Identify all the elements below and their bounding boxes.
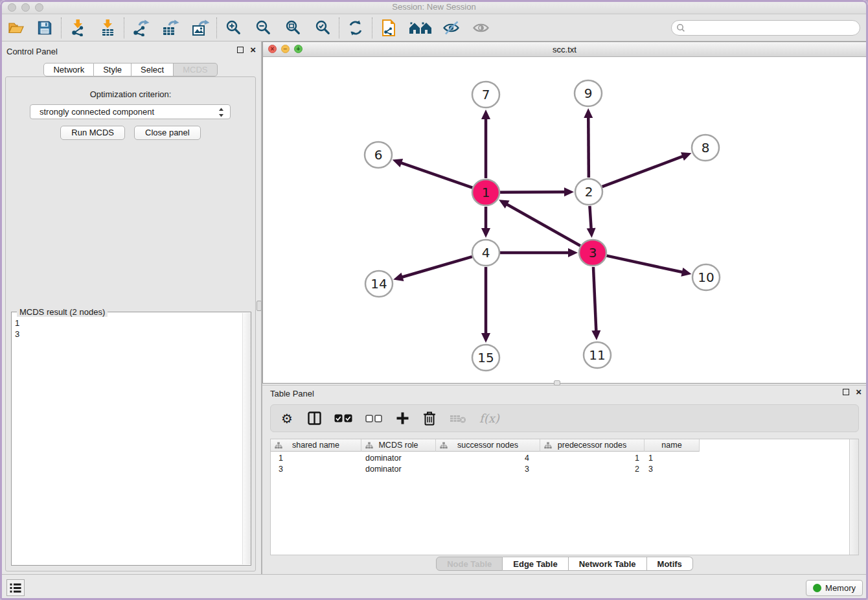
hide-graphics-details-button[interactable] bbox=[440, 17, 462, 39]
tab-mcds[interactable]: MCDS bbox=[174, 63, 217, 76]
column-header-MCDS-role[interactable]: MCDS role bbox=[361, 439, 436, 452]
control-panel: Control Panel × NetworkStyleSelectMCDS O… bbox=[0, 41, 261, 574]
close-panel-button[interactable]: Close panel bbox=[134, 126, 201, 140]
tab-node-table[interactable]: Node Table bbox=[436, 557, 503, 571]
table-splitter-handle[interactable] bbox=[554, 380, 560, 386]
graph-edge-1-6[interactable] bbox=[400, 163, 472, 188]
main-toolbar bbox=[0, 14, 868, 41]
eye-slash-icon bbox=[442, 20, 460, 36]
show-all-networks-button[interactable] bbox=[407, 17, 433, 39]
tab-network-table[interactable]: Network Table bbox=[569, 557, 647, 571]
column-type-icon bbox=[440, 442, 448, 449]
function-icon: f(x) bbox=[479, 411, 499, 425]
open-folder-icon bbox=[8, 20, 25, 36]
graph-edge-2-3[interactable] bbox=[589, 206, 591, 230]
graph-edge-arrowhead bbox=[584, 108, 593, 118]
task-history-button[interactable] bbox=[6, 579, 25, 596]
graph-edge-1-2[interactable] bbox=[500, 192, 566, 192]
optimization-criterion-label: Optimization criterion: bbox=[6, 89, 255, 99]
plus-icon bbox=[396, 411, 409, 425]
column-header-shared-name[interactable]: shared name bbox=[271, 439, 361, 452]
column-header-predecessor-nodes[interactable]: predecessor nodes bbox=[540, 439, 645, 452]
window-title: Session: New Session bbox=[0, 2, 868, 12]
criterion-dropdown[interactable]: strongly connected component bbox=[30, 104, 231, 119]
graph-edge-3-11[interactable] bbox=[593, 267, 596, 332]
graph-edge-2-8[interactable] bbox=[602, 156, 685, 187]
deselect-all-columns-button[interactable] bbox=[365, 415, 382, 422]
run-mcds-button[interactable]: Run MCDS bbox=[60, 126, 125, 140]
table-panel: Table Panel × ⚙ bbox=[262, 385, 867, 574]
column-header-name[interactable]: name bbox=[645, 439, 700, 452]
graph-node-label: 1 bbox=[482, 185, 490, 200]
column-settings-button[interactable]: ⚙ bbox=[280, 411, 294, 426]
graph-edge-4-14[interactable] bbox=[401, 257, 472, 277]
float-table-panel-icon[interactable] bbox=[843, 389, 849, 395]
network-canvas[interactable]: 7968124314101511 bbox=[263, 57, 866, 383]
dropdown-stepper-icon bbox=[218, 108, 224, 117]
search-icon bbox=[676, 23, 685, 32]
delete-columns-button[interactable] bbox=[422, 411, 437, 426]
network-window-titlebar[interactable]: × − + scc.txt bbox=[263, 42, 866, 57]
tab-style[interactable]: Style bbox=[94, 63, 131, 76]
result-scrollbar[interactable] bbox=[242, 313, 251, 564]
apply-layout-button[interactable] bbox=[345, 17, 367, 39]
zoom-fit-button[interactable] bbox=[282, 17, 304, 39]
mcds-panel: Optimization criterion: strongly connect… bbox=[5, 76, 256, 571]
graph-edge-2-9[interactable] bbox=[588, 116, 589, 178]
tab-edge-table[interactable]: Edge Table bbox=[503, 557, 568, 571]
column-header-successor-nodes[interactable]: successor nodes bbox=[436, 439, 540, 452]
column-label: predecessor nodes bbox=[558, 441, 626, 450]
zoom-in-icon bbox=[225, 19, 242, 36]
network-view-window: × − + scc.txt 7968124314101511 bbox=[262, 41, 867, 384]
tab-network[interactable]: Network bbox=[43, 63, 94, 76]
import-table-button[interactable] bbox=[97, 17, 119, 39]
graph-edge-arrowhead bbox=[393, 159, 403, 167]
close-panel-icon[interactable]: × bbox=[250, 47, 256, 53]
column-label: shared name bbox=[292, 441, 339, 450]
table-panel-title: Table Panel bbox=[270, 389, 314, 398]
open-session-button[interactable] bbox=[5, 17, 27, 39]
export-table-button[interactable] bbox=[159, 17, 181, 39]
tab-motifs[interactable]: Motifs bbox=[647, 557, 693, 571]
status-bar: Memory bbox=[0, 574, 868, 600]
panel-splitter-handle[interactable] bbox=[257, 301, 262, 311]
column-label: MCDS role bbox=[378, 441, 418, 450]
table-row[interactable]: 1dominator411 bbox=[271, 453, 700, 464]
function-builder-button: f(x) bbox=[479, 411, 499, 425]
close-table-panel-icon[interactable]: × bbox=[856, 389, 862, 395]
select-all-columns-button[interactable] bbox=[334, 414, 352, 422]
zoom-selected-icon bbox=[315, 19, 331, 36]
table-cell: dominator bbox=[361, 464, 436, 475]
zoom-selected-button[interactable] bbox=[312, 17, 334, 39]
table-cell: 3 bbox=[645, 464, 700, 475]
memory-button[interactable]: Memory bbox=[806, 580, 863, 596]
table-cell: 2 bbox=[540, 464, 645, 475]
import-network-button[interactable] bbox=[67, 17, 89, 39]
memory-status-dot bbox=[813, 584, 821, 592]
network-file-button[interactable] bbox=[378, 17, 400, 39]
list-icon bbox=[10, 583, 21, 593]
zoom-in-button[interactable] bbox=[222, 17, 244, 39]
table-scrollbar[interactable] bbox=[849, 439, 858, 555]
zoom-out-button[interactable] bbox=[252, 17, 274, 39]
network-file-icon bbox=[381, 19, 397, 37]
toggle-panel-split-button[interactable] bbox=[307, 411, 321, 425]
graph-node-label: 11 bbox=[589, 347, 605, 363]
export-network-button[interactable] bbox=[130, 17, 152, 39]
split-columns-icon bbox=[308, 411, 321, 425]
search-input[interactable] bbox=[685, 21, 860, 34]
save-session-button[interactable] bbox=[34, 17, 56, 39]
export-image-button[interactable] bbox=[189, 17, 211, 39]
add-column-button[interactable] bbox=[395, 411, 409, 425]
graph-edge-3-10[interactable] bbox=[606, 256, 683, 273]
table-cell: 3 bbox=[271, 464, 361, 475]
save-floppy-icon bbox=[37, 20, 52, 36]
table-row[interactable]: 3dominator323 bbox=[271, 464, 700, 475]
tab-select[interactable]: Select bbox=[131, 63, 174, 76]
graph-edge-arrowhead bbox=[681, 268, 691, 277]
graph-edge-arrowhead bbox=[481, 110, 490, 119]
graph-edge-3-1[interactable] bbox=[505, 203, 580, 246]
graph-node-label: 3 bbox=[589, 245, 597, 260]
import-network-icon bbox=[69, 19, 87, 36]
float-panel-icon[interactable] bbox=[237, 47, 244, 53]
